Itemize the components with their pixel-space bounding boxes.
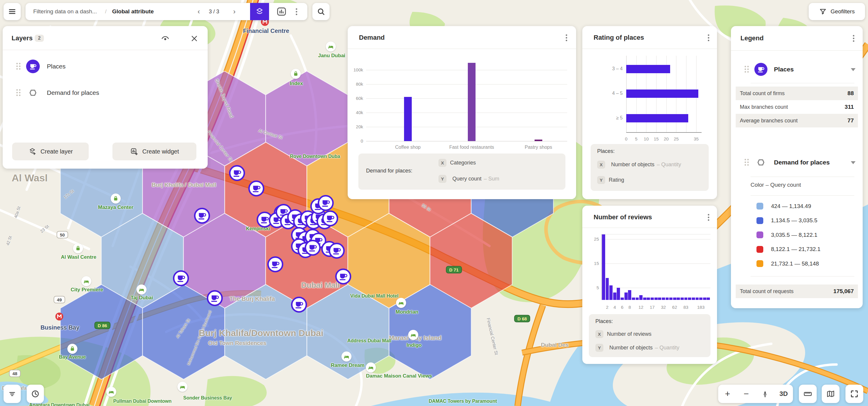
reviews-hist-bar[interactable] [681, 298, 684, 300]
geofilters-label: Geofilters [831, 8, 855, 15]
breadcrumb-parent[interactable]: Filtering data on a dash... [33, 3, 97, 20]
y-axis-badge: Y [597, 176, 605, 184]
create-widget-icon [130, 147, 138, 156]
reviews-hist-bar[interactable] [699, 298, 703, 300]
demand-widget: Demand 020k40k60k80k100kCoffee shopFast … [348, 26, 576, 199]
place-marker-coffee[interactable] [329, 243, 345, 259]
reviews-hist-bar[interactable] [695, 298, 699, 300]
create-layer-button[interactable]: Create layer [12, 142, 89, 160]
stat-label: Max branches count [740, 104, 788, 110]
legend-kebab-menu[interactable] [849, 33, 858, 43]
reviews-hist-bar[interactable] [677, 298, 680, 300]
reviews-hist-bar[interactable] [673, 298, 676, 300]
drag-handle-icon[interactable] [16, 63, 21, 70]
drag-handle-icon[interactable] [16, 89, 21, 96]
rating-x-attribute: Number of objects [611, 162, 654, 168]
layer-item-demand-for-places[interactable]: Demand for places [3, 82, 208, 103]
rating-bar-0[interactable] [626, 65, 670, 73]
place-marker-coffee[interactable] [207, 290, 223, 306]
toolbar-kebab-menu[interactable] [292, 6, 301, 16]
widgets-button[interactable] [274, 6, 289, 18]
reviews-hist-bar[interactable] [703, 298, 706, 300]
layer-item-places[interactable]: Places [3, 56, 208, 77]
reviews-hist-bar[interactable] [632, 298, 635, 300]
fullscreen-button[interactable] [845, 385, 863, 403]
demand-bar-2[interactable] [534, 140, 542, 141]
reviews-hist-bar[interactable] [624, 293, 628, 300]
reviews-hist-bar[interactable] [692, 298, 695, 300]
place-marker-coffee[interactable] [291, 297, 307, 313]
reviews-hist-bar[interactable] [613, 293, 616, 300]
reviews-hist-bar[interactable] [609, 285, 613, 300]
reviews-hist-bar[interactable] [643, 298, 646, 300]
time-filter-button[interactable] [27, 385, 44, 403]
zoom-out-button[interactable]: − [737, 389, 755, 399]
reviews-hist-bar[interactable] [707, 298, 710, 300]
place-marker-coffee[interactable] [248, 180, 264, 197]
legend-panel-title: Legend [740, 34, 764, 42]
reviews-hist-bar[interactable] [621, 298, 624, 300]
close-layers-panel-button[interactable] [188, 33, 200, 44]
rating-bar-2[interactable] [626, 114, 688, 123]
reviews-hist-bar[interactable] [662, 298, 665, 300]
reviews-hist-bar[interactable] [628, 290, 631, 300]
reviews-hist-bar[interactable] [651, 298, 654, 300]
map-zoom-controls: + − 3D [718, 385, 793, 403]
demand-bar-0[interactable] [404, 97, 412, 141]
toggle-all-layers-visibility-button[interactable] [159, 33, 171, 44]
reviews-hist-bar[interactable] [617, 288, 620, 300]
place-marker-coffee[interactable] [305, 240, 321, 256]
reviews-hist-bar[interactable] [636, 298, 639, 300]
basemap-button[interactable] [822, 385, 839, 403]
reviews-hist-bar[interactable] [669, 298, 673, 300]
collapse-demand-chevron[interactable] [851, 161, 856, 164]
create-layer-icon [28, 147, 36, 156]
layers-toggle-button[interactable] [250, 3, 269, 20]
geofilters-button[interactable]: Geofilters [809, 3, 865, 20]
collapse-places-chevron[interactable] [851, 68, 856, 71]
place-marker-coffee[interactable] [322, 210, 338, 227]
reviews-hist-bar[interactable] [654, 298, 658, 300]
breadcrumb-separator: / [105, 3, 106, 20]
search-button[interactable] [312, 3, 330, 20]
reviews-hist-bar[interactable] [647, 298, 650, 300]
demand-y-aggregation: – Sum [484, 176, 499, 182]
ruler-button[interactable] [799, 385, 817, 403]
legend-demand-section-header[interactable]: Demand for places [731, 154, 863, 171]
legend-stat-row: Average branches count77 [736, 114, 858, 128]
place-marker-coffee[interactable] [335, 269, 351, 284]
place-marker-coffee[interactable] [229, 165, 245, 181]
drag-handle-icon[interactable] [745, 66, 749, 73]
place-marker-coffee[interactable] [173, 270, 189, 286]
legend-places-section-header[interactable]: Places [731, 61, 863, 78]
drag-handle-icon[interactable] [745, 159, 749, 166]
reviews-footer-source: Places: [595, 318, 613, 325]
place-marker-coffee[interactable] [267, 256, 283, 272]
reviews-hist-bar[interactable] [602, 234, 605, 300]
reviews-hist-bar[interactable] [606, 278, 609, 300]
reviews-hist-bar[interactable] [684, 298, 688, 300]
main-menu-button[interactable] [4, 3, 21, 20]
total-requests-label: Total count of requests [740, 289, 794, 295]
reviews-widget: Number of reviews 5152524681217326283183… [582, 206, 717, 364]
reviews-hist-bar[interactable] [666, 298, 669, 300]
place-marker-coffee[interactable] [318, 195, 334, 211]
reviews-hist-bar[interactable] [658, 298, 661, 300]
demand-bar-1[interactable] [468, 63, 475, 141]
eye-icon [161, 34, 170, 43]
rating-bar-1[interactable] [626, 90, 698, 98]
create-widget-button[interactable]: Create widget [113, 142, 196, 160]
compass-button[interactable] [755, 390, 774, 398]
next-page-chevron[interactable]: › [233, 3, 236, 20]
prev-page-chevron[interactable]: ‹ [197, 3, 200, 20]
demand-y-attribute: Query count [453, 176, 482, 182]
reviews-hist-bar[interactable] [688, 298, 691, 300]
legend-scale-title: Color – Query count [750, 182, 801, 188]
place-marker-coffee[interactable] [194, 208, 210, 224]
reviews-hist-bar[interactable] [639, 295, 643, 300]
layers-panel-title: Layers [11, 34, 33, 42]
map-filter-button[interactable] [4, 385, 21, 403]
3d-toggle-button[interactable]: 3D [774, 390, 793, 398]
zoom-in-button[interactable]: + [718, 389, 737, 399]
reviews-y-attribute: Number of objects [609, 345, 653, 351]
